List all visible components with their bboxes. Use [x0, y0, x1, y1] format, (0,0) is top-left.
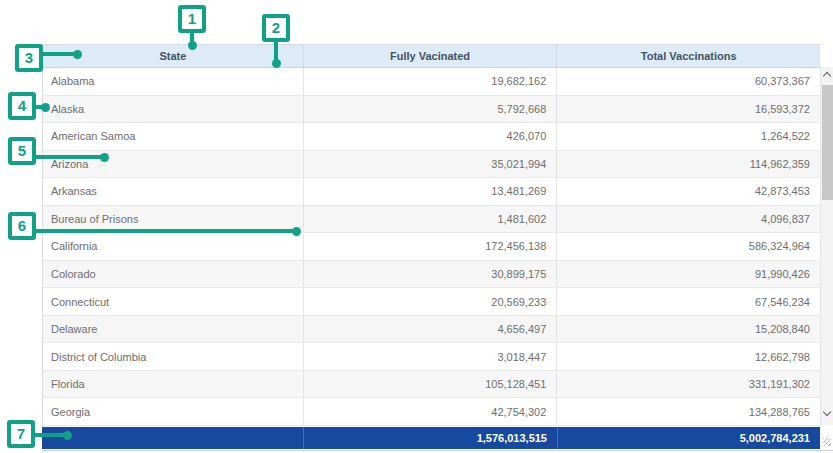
- cell-fully-vaccinated: 35,021,994: [304, 151, 558, 178]
- cell-total-vaccinations: 67,546,234: [557, 288, 820, 315]
- table-body: Alabama19,682,16260,373,367Alaska5,792,6…: [43, 68, 820, 426]
- vaccination-table-widget: State Fully Vacinated Total Vaccinations…: [0, 0, 833, 453]
- cell-state: Connecticut: [43, 288, 304, 315]
- table-row[interactable]: Arizona35,021,994114,962,359: [43, 151, 820, 179]
- table-total-row: 1,576,013,515 5,002,784,231: [42, 427, 820, 449]
- cell-state: Florida: [43, 371, 304, 398]
- table-row[interactable]: Arkansas13,481,26942,873,453: [43, 178, 820, 206]
- table-row[interactable]: Florida105,128,451331,191,302: [43, 371, 820, 399]
- cell-state: Arkansas: [43, 178, 304, 205]
- callout-3-dot: [73, 50, 82, 59]
- cell-state: American Samoa: [43, 123, 304, 150]
- cell-total-vaccinations: 1,264,522: [557, 123, 820, 150]
- callout-4: 4: [8, 92, 36, 120]
- table-row[interactable]: California172,456,138586,324,964: [43, 233, 820, 261]
- widget-bottom-border: [42, 450, 833, 451]
- cell-fully-vaccinated: 105,128,451: [304, 371, 558, 398]
- cell-state: Alaska: [43, 96, 304, 123]
- table-row[interactable]: Alaska5,792,66816,593,372: [43, 96, 820, 124]
- table-row[interactable]: Colorado30,899,17591,990,426: [43, 261, 820, 289]
- cell-fully-vaccinated: 1,481,602: [304, 206, 558, 233]
- cell-fully-vaccinated: 4,656,497: [304, 316, 558, 343]
- cell-total-vaccinations: 4,096,837: [557, 206, 820, 233]
- cell-fully-vaccinated: 20,569,233: [304, 288, 558, 315]
- cell-total-vaccinations: 42,873,453: [557, 178, 820, 205]
- data-table: State Fully Vacinated Total Vaccinations…: [42, 44, 820, 426]
- column-header-state[interactable]: State: [43, 45, 304, 67]
- cell-total-vaccinations: 15,208,840: [557, 316, 820, 343]
- cell-total-vaccinations: 12,662,798: [557, 343, 820, 370]
- table-header-row: State Fully Vacinated Total Vaccinations: [43, 45, 820, 68]
- total-cell-state: [42, 427, 303, 449]
- cell-state: District of Columbia: [43, 343, 304, 370]
- callout-6: 6: [8, 212, 36, 240]
- callout-7-dot: [63, 431, 72, 440]
- cell-fully-vaccinated: 3,018,447: [304, 343, 558, 370]
- cell-total-vaccinations: 60,373,367: [557, 68, 820, 95]
- table-row[interactable]: American Samoa426,0701,264,522: [43, 123, 820, 151]
- cell-fully-vaccinated: 426,070: [304, 123, 558, 150]
- cell-fully-vaccinated: 5,792,668: [304, 96, 558, 123]
- callout-1-dot: [188, 41, 197, 50]
- callout-6-dot: [292, 227, 301, 236]
- cell-fully-vaccinated: 13,481,269: [304, 178, 558, 205]
- cell-fully-vaccinated: 172,456,138: [304, 233, 558, 260]
- callout-5-dot: [100, 153, 109, 162]
- table-row[interactable]: Alabama19,682,16260,373,367: [43, 68, 820, 96]
- cell-state: Colorado: [43, 261, 304, 288]
- cell-state: Alabama: [43, 68, 304, 95]
- vertical-scrollbar[interactable]: [820, 67, 833, 425]
- callout-2: 2: [262, 14, 290, 42]
- cell-state: Georgia: [43, 398, 304, 425]
- cell-total-vaccinations: 114,962,359: [557, 151, 820, 178]
- column-header-fully-vaccinated[interactable]: Fully Vacinated: [304, 45, 558, 67]
- callout-2-dot: [272, 59, 281, 68]
- callout-4-dot: [41, 103, 50, 112]
- callout-3: 3: [15, 44, 43, 72]
- cell-total-vaccinations: 134,288,765: [557, 398, 820, 425]
- callout-5: 5: [8, 137, 36, 165]
- cell-total-vaccinations: 91,990,426: [557, 261, 820, 288]
- cell-fully-vaccinated: 30,899,175: [304, 261, 558, 288]
- cell-fully-vaccinated: 19,682,162: [304, 68, 558, 95]
- scroll-down-icon[interactable]: [823, 408, 831, 416]
- cell-total-vaccinations: 16,593,372: [557, 96, 820, 123]
- callout-5-line: [34, 155, 105, 159]
- callout-7: 7: [7, 420, 35, 448]
- cell-state: California: [43, 233, 304, 260]
- cell-fully-vaccinated: 42,754,302: [304, 398, 558, 425]
- callout-6-line: [34, 229, 297, 233]
- total-cell-total-vaccinations: 5,002,784,231: [557, 427, 820, 449]
- table-row[interactable]: Connecticut20,569,23367,546,234: [43, 288, 820, 316]
- column-header-total-vaccinations[interactable]: Total Vaccinations: [557, 45, 820, 67]
- total-cell-fully-vaccinated: 1,576,013,515: [303, 427, 557, 449]
- resize-grip-icon[interactable]: [823, 438, 831, 446]
- scroll-up-icon[interactable]: [823, 72, 831, 80]
- scrollbar-thumb[interactable]: [822, 85, 833, 200]
- table-row[interactable]: District of Columbia3,018,44712,662,798: [43, 343, 820, 371]
- table-row[interactable]: Georgia42,754,302134,288,765: [43, 398, 820, 426]
- cell-total-vaccinations: 586,324,964: [557, 233, 820, 260]
- callout-1: 1: [178, 5, 206, 33]
- cell-total-vaccinations: 331,191,302: [557, 371, 820, 398]
- cell-state: Delaware: [43, 316, 304, 343]
- table-row[interactable]: Delaware4,656,49715,208,840: [43, 316, 820, 344]
